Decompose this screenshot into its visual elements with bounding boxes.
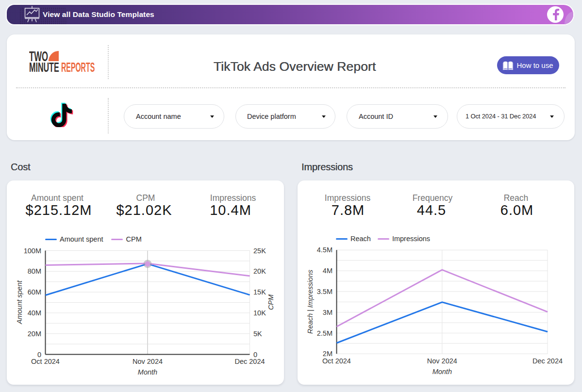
svg-text:Month: Month <box>432 368 452 376</box>
svg-text:100M: 100M <box>24 247 41 255</box>
svg-text:3M: 3M <box>323 309 333 316</box>
svg-text:Dec 2024: Dec 2024 <box>532 357 563 365</box>
svg-text:25K: 25K <box>253 247 266 255</box>
svg-text:Oct 2024: Oct 2024 <box>31 358 60 365</box>
svg-text:10K: 10K <box>253 309 266 317</box>
svg-text:80M: 80M <box>28 267 41 275</box>
svg-text:2.5M: 2.5M <box>317 329 333 337</box>
svg-text:3.5M: 3.5M <box>317 288 333 295</box>
svg-text:60M: 60M <box>28 288 41 296</box>
svg-text:CPM: CPM <box>267 294 275 310</box>
svg-text:Month: Month <box>138 368 157 376</box>
svg-text:20M: 20M <box>28 330 41 338</box>
svg-text:40M: 40M <box>28 309 41 317</box>
svg-text:4M: 4M <box>323 267 333 275</box>
svg-text:Dec 2024: Dec 2024 <box>234 358 265 365</box>
svg-text:5K: 5K <box>253 330 262 338</box>
svg-text:Reach | Impressions: Reach | Impressions <box>306 270 314 334</box>
svg-text:Oct 2024: Oct 2024 <box>322 357 351 365</box>
svg-text:15K: 15K <box>253 288 266 296</box>
svg-text:20K: 20K <box>253 267 266 275</box>
svg-text:4.5M: 4.5M <box>317 246 333 254</box>
svg-text:Nov 2024: Nov 2024 <box>427 357 457 365</box>
svg-text:Nov 2024: Nov 2024 <box>133 358 163 365</box>
svg-text:Amount spent: Amount spent <box>16 280 23 324</box>
